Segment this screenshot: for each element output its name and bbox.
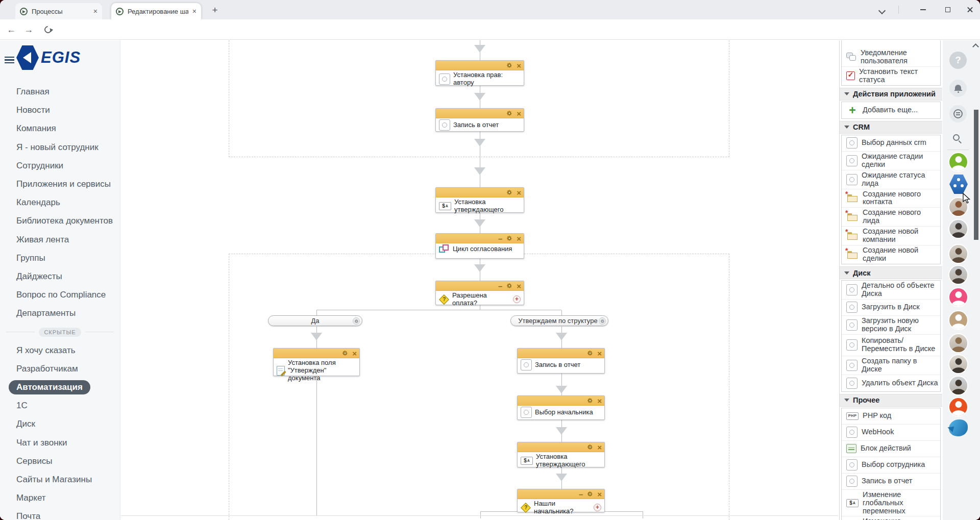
activity-list-item[interactable]: WebHook	[842, 425, 940, 441]
node-delete-button[interactable]: ×	[597, 350, 602, 357]
branch-settings-gear-icon[interactable]	[599, 317, 606, 325]
workflow-node[interactable]: ×Установка поля "Утвержден" документа	[273, 348, 360, 376]
page-scrollbar[interactable]	[974, 110, 978, 240]
node-settings-gear-icon[interactable]	[587, 397, 593, 406]
node-add-branch-button[interactable]: +	[594, 504, 601, 511]
node-delete-button[interactable]: ×	[352, 350, 357, 357]
sidebar-item-сотрудники[interactable]: Сотрудники	[0, 157, 120, 175]
scrollbar-up-arrow-icon[interactable]	[972, 43, 979, 48]
workflow-node[interactable]: ×Установка прав: автору	[435, 60, 524, 86]
node-header[interactable]: –×	[436, 234, 524, 243]
activities-section-header[interactable]: Диск	[840, 266, 942, 279]
sidebar-item-дайджесты[interactable]: Дайджесты	[0, 267, 120, 286]
activity-list-item[interactable]: ✓Установить текст статуса	[842, 67, 940, 85]
user-avatar[interactable]	[949, 245, 967, 263]
workflow-node[interactable]: ×$AУстановка утверждающего	[435, 187, 524, 213]
activity-list-item[interactable]: Детально об объекте Диска	[842, 281, 940, 300]
user-avatar-placeholder[interactable]	[949, 398, 967, 416]
activity-list-item[interactable]: Блок действий	[842, 441, 940, 457]
node-header[interactable]: ×	[436, 61, 524, 70]
activity-list-item[interactable]: Удалить объект Диска	[842, 375, 940, 391]
workflow-node[interactable]: ×Запись в отчет	[517, 348, 605, 374]
chat-icon[interactable]	[949, 105, 967, 122]
node-header[interactable]: ×	[436, 188, 524, 197]
activity-list-item[interactable]: Копировать/Переместить в Диске	[842, 335, 940, 356]
node-delete-button[interactable]: ×	[517, 283, 521, 290]
branch-title-pill[interactable]: Утверждаем по структуре ко...	[510, 315, 608, 326]
activity-list-item[interactable]: Ожидание статуса лида	[842, 170, 940, 189]
sidebar-item-я-новый-сотрудник[interactable]: Я - новый сотрудник	[0, 138, 120, 157]
sidebar-item-маркет[interactable]: Маркет	[0, 489, 120, 507]
user-avatar[interactable]	[949, 355, 967, 373]
activity-list-item[interactable]: *Создание новой компании	[842, 227, 940, 245]
activity-list-item[interactable]: Создать папку в Диске	[842, 356, 940, 375]
window-maximize-button[interactable]	[940, 4, 955, 15]
notifications-bell-icon[interactable]	[949, 80, 967, 97]
node-delete-button[interactable]: ×	[517, 189, 521, 196]
node-settings-gear-icon[interactable]	[587, 443, 593, 452]
activity-list-item[interactable]: *Создание новой сделки	[842, 245, 940, 264]
sidebar-item-департаменты[interactable]: Департаменты	[0, 304, 120, 323]
activity-list-item[interactable]: Выбор сотрудника	[842, 457, 940, 474]
sidebar-item-диск[interactable]: Диск	[0, 415, 120, 433]
browser-tab[interactable]: Процессы×	[15, 3, 102, 19]
user-avatar-placeholder[interactable]	[949, 311, 967, 329]
user-avatar-placeholder[interactable]	[949, 288, 967, 306]
activity-list-item[interactable]: Загрузить в Диск	[842, 300, 940, 316]
node-delete-button[interactable]: ×	[517, 62, 521, 69]
workflow-node[interactable]: ×Запись в отчет	[435, 108, 524, 132]
sidebar-item-календарь[interactable]: Календарь	[0, 193, 120, 212]
sidebar-item-компания[interactable]: Компания	[0, 119, 120, 138]
node-delete-button[interactable]: ×	[597, 444, 602, 451]
node-add-branch-button[interactable]: +	[513, 295, 521, 303]
activities-section-header[interactable]: Действия приложений	[840, 88, 942, 101]
sidebar-item-автоматизация[interactable]: Автоматизация	[0, 378, 120, 397]
node-settings-gear-icon[interactable]	[587, 349, 593, 358]
activity-list-item[interactable]: *Создание нового контакта	[842, 189, 940, 208]
sidebar-item-живая-лента[interactable]: Живая лента	[0, 231, 120, 249]
activity-list-item[interactable]: PHPPHP код	[842, 408, 940, 425]
activity-list-item[interactable]: Запись в отчет	[842, 474, 940, 490]
sidebar-item-группы[interactable]: Группы	[0, 249, 120, 267]
activities-section-header[interactable]: CRM	[840, 121, 942, 134]
mascot-avatar[interactable]	[949, 419, 968, 436]
workflow-node[interactable]: ×$AУстановка утверждающего	[517, 442, 605, 467]
sidebar-item-почта[interactable]: Почта	[0, 507, 120, 520]
user-avatar-placeholder[interactable]	[949, 153, 967, 171]
node-delete-button[interactable]: ×	[517, 235, 521, 242]
egis-logo[interactable]: EGIS	[16, 45, 81, 70]
window-close-button[interactable]	[962, 4, 977, 15]
new-tab-button[interactable]: +	[208, 4, 222, 17]
activity-list-item[interactable]: $AИзменение переменных	[842, 516, 940, 520]
sidebar-hamburger-icon[interactable]	[5, 57, 14, 63]
node-minimize-button[interactable]: –	[498, 284, 502, 289]
node-settings-gear-icon[interactable]	[506, 282, 512, 291]
workflow-node[interactable]: –×Цикл согласования	[435, 233, 524, 259]
sidebar-item-вопрос-по-compliance[interactable]: Вопрос по Compliance	[0, 286, 120, 304]
tab-close-icon[interactable]: ×	[192, 8, 197, 15]
sidebar-item-сайты-и-магазины[interactable]: Сайты и Магазины	[0, 471, 120, 489]
workflow-node[interactable]: ×Выбор начальника	[517, 395, 605, 420]
activity-list-item[interactable]: +Добавить еще...	[842, 102, 940, 118]
sidebar-selected-pill[interactable]: Автоматизация	[9, 380, 90, 394]
user-avatar[interactable]	[949, 220, 967, 238]
sidebar-item-разработчикам[interactable]: Разработчикам	[0, 360, 120, 378]
activity-list-item[interactable]: Выбор данных crm	[842, 135, 940, 152]
node-delete-button[interactable]: ×	[597, 398, 602, 405]
branch-settings-gear-icon[interactable]	[353, 317, 360, 325]
reload-button[interactable]	[42, 23, 54, 36]
sidebar-item-новости[interactable]: Новости	[0, 101, 120, 119]
user-avatar[interactable]	[949, 266, 967, 284]
org-structure-avatar[interactable]	[949, 175, 968, 194]
workflow-node[interactable]: –×?Нашли начальника?+	[517, 489, 605, 512]
window-minimize-button[interactable]	[915, 4, 930, 15]
node-settings-gear-icon[interactable]	[506, 188, 512, 197]
node-minimize-button[interactable]: –	[579, 492, 583, 497]
node-delete-button[interactable]: ×	[597, 491, 602, 498]
sidebar-item-чат-и-звонки[interactable]: Чат и звонки	[0, 434, 120, 452]
node-header[interactable]: ×	[518, 442, 604, 452]
sidebar-item-сервисы[interactable]: Сервисы	[0, 452, 120, 471]
activity-list-item[interactable]: Загрузить новую версию в Диск	[842, 316, 940, 335]
node-settings-gear-icon[interactable]	[342, 349, 348, 358]
sidebar-item-главная[interactable]: Главная	[0, 83, 120, 101]
